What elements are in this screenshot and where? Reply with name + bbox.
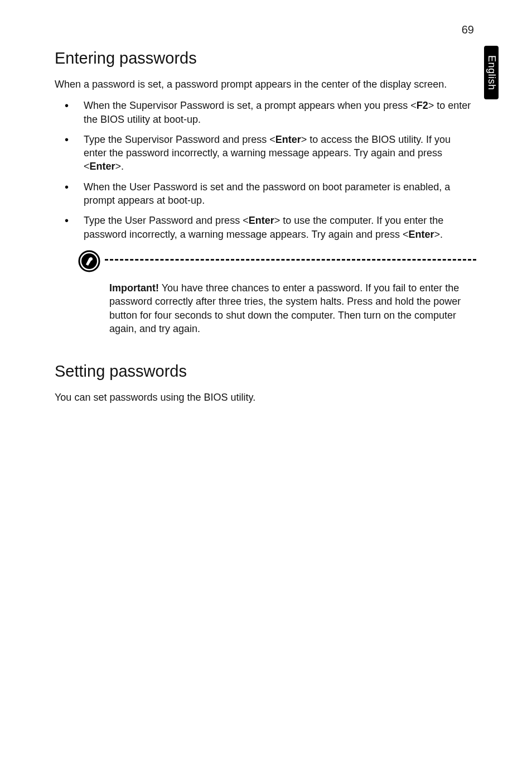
intro-entering: When a password is set, a password promp…	[55, 78, 476, 91]
text: Type the User Password and press <	[84, 215, 249, 226]
text: When the User Password is set and the pa…	[84, 181, 450, 206]
note-text: Important! You have three chances to ent…	[109, 281, 476, 335]
note-body: You have three chances to enter a passwo…	[109, 282, 461, 334]
key-enter: Enter	[408, 229, 434, 240]
list-item: When the Supervisor Password is set, a p…	[55, 99, 476, 126]
key-enter: Enter	[90, 161, 115, 172]
list-item: When the User Password is set and the pa…	[55, 180, 476, 208]
key-enter: Enter	[249, 215, 274, 226]
heading-setting-passwords: Setting passwords	[55, 362, 476, 381]
bullet-list: When the Supervisor Password is set, a p…	[55, 99, 476, 241]
divider-dashed	[105, 259, 476, 261]
language-tab: English	[484, 46, 499, 99]
text: When the Supervisor Password is set, a p…	[84, 100, 417, 111]
text: Type the Supervisor Password and press <	[84, 134, 275, 145]
language-label: English	[486, 55, 497, 90]
key-f2: F2	[417, 100, 428, 111]
list-item: Type the User Password and press <Enter>…	[55, 214, 476, 241]
note-label: Important!	[109, 282, 159, 294]
text: >.	[434, 229, 443, 240]
intro-setting: You can set passwords using the BIOS uti…	[55, 391, 476, 404]
key-enter: Enter	[275, 134, 301, 145]
list-item: Type the Supervisor Password and press <…	[55, 133, 476, 174]
text: >.	[115, 161, 124, 172]
heading-entering-passwords: Entering passwords	[55, 49, 476, 68]
svg-point-2	[89, 257, 93, 261]
note-block: Important! You have three chances to ent…	[55, 250, 476, 335]
page-number: 69	[462, 23, 474, 36]
page: 69 English Entering passwords When a pas…	[0, 0, 532, 764]
pin-icon	[78, 250, 100, 272]
